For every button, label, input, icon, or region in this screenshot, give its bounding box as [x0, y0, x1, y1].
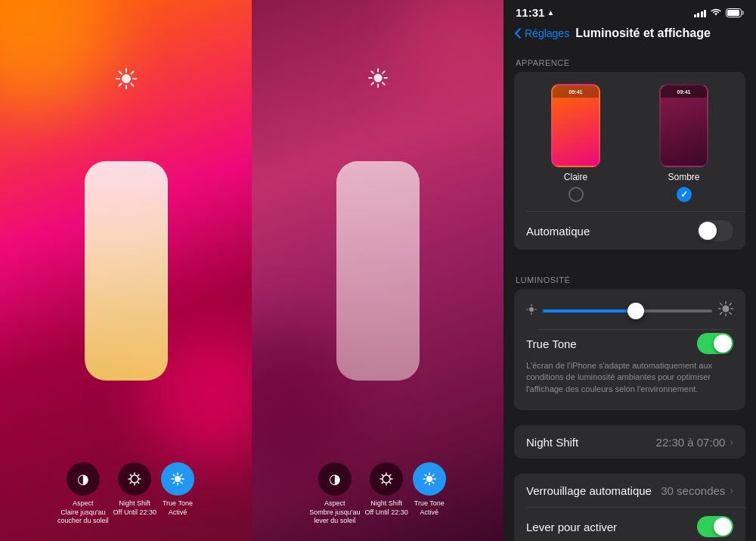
section-header-luminosite: LUMINOSITÉ	[503, 265, 756, 289]
auto-lock-value: 30 secondes	[661, 484, 725, 497]
brightness-max-icon	[718, 301, 733, 320]
night-shift-label: Night Shift	[526, 436, 578, 449]
truetone-icon-panel1	[161, 462, 194, 496]
claire-radio[interactable]	[569, 187, 584, 202]
auto-lock-value-container: 30 secondes ›	[661, 484, 733, 497]
brightness-slider-panel2	[336, 161, 420, 381]
brightness-slider-row	[526, 298, 733, 329]
toggle-knob-raise	[714, 518, 732, 536]
svg-line-51	[432, 482, 434, 483]
raise-toggle[interactable]	[697, 516, 733, 537]
claire-time: 09:41	[569, 89, 583, 95]
aspect-icon-panel1: ◑	[67, 462, 100, 496]
truetone-label-panel2: True ToneActivé	[414, 499, 445, 517]
toggle-knob-truetone	[714, 334, 732, 353]
sombre-radio[interactable]: ✓	[677, 187, 692, 202]
sombre-option[interactable]: 09:41 Sombre ✓	[659, 84, 708, 202]
automatique-row: Automatique	[514, 212, 745, 250]
truetone-control-panel1: True ToneActivé	[161, 462, 194, 517]
svg-rect-55	[727, 10, 739, 16]
truetone-control-panel2: True ToneActivé	[413, 462, 446, 517]
luminosity-section: True Tone L'écran de l'iPhone s'adapte a…	[514, 289, 745, 410]
svg-point-61	[723, 306, 730, 312]
raise-row: Lever pour activer	[514, 508, 745, 541]
aspect-control-panel2: ◑ AspectSombre jusqu'aulever du soleil	[309, 462, 360, 526]
appearance-row: 09:41 Claire 09:41 Sombre	[514, 72, 745, 211]
svg-line-52	[432, 474, 434, 476]
nightshift-label-panel1: Night ShiftOff Until 22:30	[113, 499, 156, 517]
settings-content: APPARENCE 09:41 Claire 09	[503, 48, 756, 541]
appearance-card: 09:41 Claire 09:41 Sombre	[514, 72, 745, 250]
back-label: Réglages	[525, 27, 569, 39]
status-icons	[694, 8, 745, 17]
night-shift-row[interactable]: Night Shift 22:30 à 07:00 ›	[514, 425, 745, 459]
svg-line-68	[730, 303, 731, 305]
nightshift-icon-panel1	[118, 462, 151, 496]
nightshift-icon-panel2	[370, 462, 403, 496]
nightshift-control-panel1: Night ShiftOff Until 22:30	[113, 462, 156, 517]
nightshift-control-panel2: Night ShiftOff Until 22:30	[364, 462, 407, 517]
claire-option[interactable]: 09:41 Claire	[551, 84, 600, 202]
sombre-time: 09:41	[677, 89, 691, 95]
true-tone-desc: L'écran de l'iPhone s'adapte automatique…	[526, 360, 733, 401]
svg-line-69	[720, 312, 722, 314]
svg-line-44	[382, 482, 383, 483]
brightness-min-icon	[526, 304, 537, 317]
section-header-apparence: APPARENCE	[503, 48, 756, 72]
signal-icon	[694, 8, 707, 17]
chevron-icon-autolock: ›	[730, 484, 733, 496]
checkmark-icon: ✓	[680, 189, 688, 200]
sun-icon-panel1	[116, 68, 137, 95]
phone-panel-dark: ◑ AspectSombre jusqu'aulever du soleil N…	[252, 0, 503, 541]
automatique-toggle[interactable]	[697, 220, 733, 241]
battery-icon	[726, 8, 744, 17]
truetone-icon-panel2	[413, 462, 446, 496]
raise-label: Lever pour activer	[526, 521, 617, 533]
true-tone-label: True Tone	[526, 337, 577, 350]
svg-line-5	[119, 72, 121, 74]
svg-line-24	[181, 482, 182, 483]
svg-point-9	[131, 475, 138, 483]
svg-line-8	[119, 84, 121, 86]
svg-line-17	[130, 482, 131, 483]
bottom-controls-panel2: ◑ AspectSombre jusqu'aulever du soleil N…	[252, 462, 503, 526]
toggle-knob-auto	[699, 222, 717, 240]
svg-line-15	[138, 482, 139, 483]
other-settings-card: Verrouillage automatique 30 secondes › L…	[514, 474, 745, 541]
bottom-controls-panel1: ◑ AspectClaire jusqu'aucoucher du soleil…	[0, 462, 252, 526]
svg-line-34	[383, 71, 385, 73]
status-bar: 11:31 ▲	[503, 0, 756, 22]
svg-line-67	[730, 312, 731, 314]
chevron-icon-nightshift: ›	[730, 436, 733, 448]
brightness-track[interactable]	[543, 309, 712, 312]
svg-line-66	[720, 303, 722, 305]
brightness-slider-panel1	[85, 161, 168, 381]
page-title: Luminosité et affichage	[575, 26, 711, 40]
aspect-control-panel1: ◑ AspectClaire jusqu'aucoucher du soleil	[57, 462, 109, 526]
nightshift-label-panel2: Night ShiftOff Until 22:30	[364, 499, 407, 517]
aspect-label-panel2: AspectSombre jusqu'aulever du soleil	[309, 499, 360, 526]
svg-line-25	[181, 474, 182, 476]
aspect-icon-panel2: ◑	[318, 462, 352, 496]
svg-point-36	[383, 475, 390, 483]
sun-icon-panel2	[368, 68, 388, 93]
svg-point-45	[426, 476, 432, 482]
svg-line-7	[131, 72, 133, 74]
claire-thumb: 09:41	[551, 84, 600, 167]
auto-lock-row[interactable]: Verrouillage automatique 30 secondes ›	[514, 474, 745, 507]
brightness-thumb[interactable]	[627, 303, 644, 319]
auto-lock-label: Verrouillage automatique	[526, 484, 652, 497]
svg-line-16	[138, 474, 139, 475]
night-shift-value: 22:30 à 07:00	[656, 436, 726, 449]
location-icon: ▲	[547, 8, 554, 17]
settings-panel: 11:31 ▲	[503, 0, 756, 541]
svg-line-6	[131, 84, 133, 86]
true-tone-toggle[interactable]	[697, 333, 733, 354]
svg-line-50	[425, 474, 426, 476]
back-button[interactable]: Réglages	[514, 27, 569, 39]
svg-point-27	[373, 73, 382, 82]
automatique-label: Automatique	[526, 225, 590, 238]
truetone-label-panel1: True ToneActivé	[163, 499, 193, 517]
brightness-fill	[543, 309, 636, 312]
svg-line-42	[390, 482, 391, 483]
